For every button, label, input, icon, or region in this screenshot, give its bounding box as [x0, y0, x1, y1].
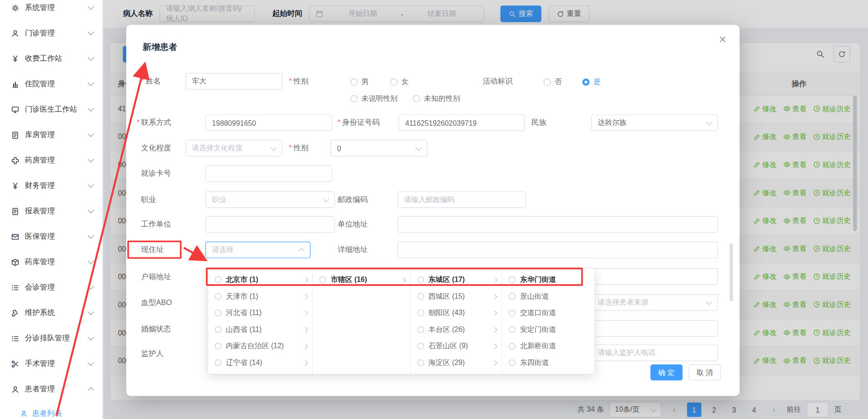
- chevron-up-icon: [299, 248, 305, 254]
- medical-cross-icon: [11, 156, 19, 164]
- cascader-option-neimenggu[interactable]: 内蒙古自治区 (12): [208, 338, 313, 355]
- postcode-input[interactable]: 请输入邮政编码: [398, 191, 526, 208]
- work-unit-input[interactable]: [205, 216, 335, 233]
- chevron-down-icon: [88, 258, 94, 264]
- sidebar-item-maintenance-system[interactable]: 维护系统: [0, 300, 102, 325]
- chevron-right-icon: [492, 277, 498, 282]
- contact-label: *联系方式: [137, 118, 171, 128]
- chevron-right-icon: [492, 360, 498, 365]
- confirm-button[interactable]: 确 定: [650, 365, 683, 380]
- name-input[interactable]: 牢大: [185, 73, 282, 90]
- cascader-city-column: 市辖区 (16): [313, 269, 411, 374]
- active-radio-no[interactable]: 否: [544, 76, 562, 87]
- sidebar-item-label: 系统管理: [25, 3, 89, 13]
- sidebar-item-patient-management[interactable]: 患者管理: [0, 377, 102, 402]
- current-address-label: 现住址: [141, 245, 164, 255]
- marital-status-label: 婚姻状态: [141, 324, 171, 334]
- sidebar-item-insurance-management[interactable]: 医保管理: [0, 224, 102, 249]
- cascader-option-dongsi[interactable]: 东四街道: [502, 355, 594, 371]
- contact-input[interactable]: 19880991650: [205, 114, 332, 131]
- gender-radio-unspecified[interactable]: 未说明性别: [350, 93, 398, 104]
- cascader-option-hebei[interactable]: 河北省 (11): [208, 305, 313, 321]
- cascader-option-tianjin[interactable]: 天津市 (1): [208, 288, 313, 305]
- sidebar-item-finance-management[interactable]: 财务管理: [0, 173, 102, 198]
- visit-card-input[interactable]: [205, 165, 332, 182]
- bar-chart-icon: [11, 80, 19, 88]
- sidebar-item-report-management[interactable]: 报表管理: [0, 198, 102, 224]
- chevron-right-icon: [303, 344, 308, 349]
- sidebar-item-label: 会诊管理: [25, 282, 89, 292]
- cascader-option-xicheng[interactable]: 西城区 (15): [411, 288, 502, 305]
- cascader-option-dongcheng[interactable]: 东城区 (17): [411, 271, 502, 288]
- cascader-option-beijing[interactable]: 北京市 (1): [208, 271, 313, 288]
- cascader-option-jiaodaokou[interactable]: 交道口街道: [502, 305, 594, 321]
- sidebar-item-surgery-management[interactable]: 手术管理: [0, 351, 102, 376]
- active-radio-yes[interactable]: 是: [582, 76, 600, 87]
- sidebar-item-warehouse-management[interactable]: 库房管理: [0, 122, 102, 148]
- marital-status-input[interactable]: [591, 320, 718, 337]
- cascader-option-chaoyang[interactable]: 朝阳区 (43): [411, 305, 502, 321]
- chevron-right-icon: [492, 310, 498, 315]
- gender-radio-male[interactable]: 男: [350, 76, 369, 87]
- patient-icon: [11, 385, 19, 393]
- sidebar-item-inpatient-management[interactable]: 住院管理: [0, 71, 102, 97]
- cascader-option-haidian[interactable]: 海淀区 (29): [411, 355, 502, 371]
- occupation-select[interactable]: 职业: [205, 191, 335, 208]
- cascader-option-donghuamen[interactable]: 东华门街道: [502, 271, 594, 288]
- app: 系统管理 门诊管理 收费工作站 住院管理 门诊医生工作站 库房管理 药房管理 财…: [0, 0, 868, 419]
- sidebar-item-outpatient-management[interactable]: 门诊管理: [0, 20, 102, 46]
- sidebar-item-system-management[interactable]: 系统管理: [0, 0, 102, 20]
- close-icon[interactable]: ×: [717, 31, 728, 48]
- gender-radio-unknown[interactable]: 未知的性别: [413, 93, 460, 104]
- blood-type-label: 血型ABO: [141, 298, 172, 308]
- sidebar-item-pharmacy-management[interactable]: 药房管理: [0, 148, 102, 173]
- modal-scrollbar[interactable]: [729, 243, 733, 301]
- chevron-down-icon: [323, 196, 329, 202]
- ethnicity-label: 民族: [531, 118, 546, 128]
- box-icon: [11, 258, 19, 266]
- mail-icon: [11, 232, 19, 241]
- chevron-right-icon: [492, 327, 498, 332]
- sidebar: 系统管理 门诊管理 收费工作站 住院管理 门诊医生工作站 库房管理 药房管理 财…: [0, 0, 102, 419]
- occupation-label: 职业: [141, 195, 156, 205]
- sidebar-item-fee-workstation[interactable]: 收费工作站: [0, 46, 102, 71]
- chevron-right-icon: [492, 344, 498, 349]
- unit-address-input[interactable]: [398, 216, 718, 233]
- chevron-down-icon: [88, 360, 94, 366]
- household-address-input[interactable]: [591, 268, 718, 285]
- gender2-select[interactable]: 0: [330, 140, 427, 157]
- sidebar-item-outpatient-doctor-workstation[interactable]: 门诊医生工作站: [0, 97, 102, 122]
- cascader-option-shixiaqu[interactable]: 市辖区 (16): [313, 271, 410, 288]
- chevron-down-icon: [706, 299, 713, 305]
- cascader-option-fengtai[interactable]: 丰台区 (26): [411, 321, 502, 338]
- current-address-select[interactable]: 请选择: [205, 242, 310, 258]
- guardian-phone-input[interactable]: 请输入监护人电话: [591, 345, 718, 361]
- chevron-down-icon: [88, 207, 94, 213]
- sidebar-item-triage-queue-management[interactable]: 分诊排队管理: [0, 325, 102, 351]
- idcard-input[interactable]: 411625192602039719: [399, 114, 525, 131]
- cascader-option-liaoning[interactable]: 辽宁省 (14): [208, 355, 313, 371]
- cascader-option-shanxi[interactable]: 山西省 (11): [208, 321, 313, 338]
- sidebar-item-label: 医保管理: [25, 232, 89, 242]
- education-select[interactable]: 请选择文化程度: [185, 140, 282, 157]
- cascader-option-shijingshan[interactable]: 石景山区 (9): [411, 338, 502, 355]
- cascader-option-beixinqiao[interactable]: 北新桥街道: [502, 338, 594, 355]
- detail-address-input[interactable]: [398, 242, 718, 258]
- cascader-option-jingshan[interactable]: 景山街道: [502, 288, 594, 305]
- sidebar-item-label: 药房管理: [25, 155, 89, 165]
- sidebar-item-consultation-management[interactable]: 会诊管理: [0, 275, 102, 300]
- chevron-down-icon: [88, 80, 94, 86]
- list-icon: [11, 283, 19, 291]
- scissors-icon: [11, 360, 19, 368]
- gender-radio-female[interactable]: 女: [390, 76, 409, 87]
- name-label: *姓名: [141, 76, 161, 86]
- cascader-street-column: 东华门街道 景山街道 交道口街道 安定门街道 北新桥街道 东四街道: [502, 269, 594, 374]
- ethnicity-select[interactable]: 达斡尔族: [591, 114, 718, 131]
- patient-source-select[interactable]: 请选择患者来源: [591, 294, 718, 311]
- sidebar-item-drug-storage-management[interactable]: 药库管理: [0, 249, 102, 275]
- postcode-label: 邮政编码: [338, 195, 368, 205]
- cancel-button[interactable]: 取 消: [688, 365, 721, 380]
- chevron-right-icon: [400, 277, 406, 282]
- sidebar-item-patient-list[interactable]: 患者列表: [0, 402, 102, 419]
- cascader-option-andingmen[interactable]: 安定门街道: [502, 321, 594, 338]
